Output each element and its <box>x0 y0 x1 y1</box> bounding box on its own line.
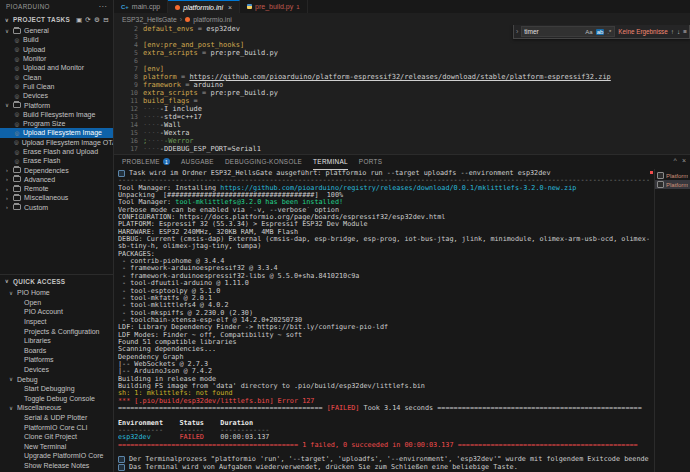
quick-access-upgrade-platformio-core[interactable]: Upgrade PlatformIO Core <box>0 451 113 461</box>
task-clean[interactable]: ◎Clean <box>0 72 113 81</box>
folder-dependencies[interactable]: ›Dependencies <box>0 165 113 174</box>
quick-access-clone-git-project[interactable]: Clone Git Project <box>0 432 113 442</box>
find-expand-icon[interactable]: › <box>516 28 518 35</box>
chevron-icon: ∨ <box>4 28 10 34</box>
task-build[interactable]: ◎Build <box>0 35 113 44</box>
task-build-filesystem-image[interactable]: ◎Build Filesystem Image <box>0 110 113 119</box>
task-upload-filesystem-image[interactable]: ◎Upload Filesystem Image <box>0 128 113 137</box>
quick-access-toggle-debug-console[interactable]: Toggle Debug Console <box>0 393 113 403</box>
quick-access-debug[interactable]: ∨Debug <box>0 374 113 384</box>
tab-platformio-ini[interactable]: platformio.ini× <box>168 0 240 13</box>
quick-access-platforms[interactable]: Platforms <box>0 355 113 365</box>
find-input[interactable] <box>524 28 582 35</box>
close-icon[interactable]: × <box>682 157 686 164</box>
task-erase-flash-and-upload[interactable]: ◎Erase Flash and Upload <box>0 147 113 156</box>
command-decoration-icon[interactable] <box>118 464 125 471</box>
terminal-line: Scanning dependencies... <box>118 346 649 353</box>
chevron-icon: › <box>4 204 10 210</box>
terminal-task-list: PlatformPlatform <box>654 169 690 472</box>
task-upload-and-monitor[interactable]: ◎Upload and Monitor <box>0 63 113 72</box>
editor[interactable]: 234567891011121314151617 default_envs = … <box>114 25 690 154</box>
whole-word-icon[interactable]: ab <box>596 29 605 35</box>
quick-access-new-terminal[interactable]: New Terminal <box>0 441 113 451</box>
quick-access-boards[interactable]: Boards <box>0 346 113 356</box>
group-icon[interactable]: ▣ <box>76 16 82 24</box>
task-monitor[interactable]: ◎Monitor <box>0 54 113 63</box>
folder-custom[interactable]: ›Custom <box>0 203 113 212</box>
task-erase-flash[interactable]: ◎Erase Flash <box>0 156 113 165</box>
folder-advanced[interactable]: ›Advanced <box>0 175 113 184</box>
task-upload[interactable]: ◎Upload <box>0 45 113 54</box>
panel-body: Task wird im Ordner ESP32_HellsGate ausg… <box>114 169 690 472</box>
task-devices[interactable]: ◎Devices <box>0 91 113 100</box>
line-number: 11 <box>114 97 138 105</box>
panel-tab-probleme[interactable]: PROBLEME1 <box>122 155 170 170</box>
task-full-clean[interactable]: ◎Full Clean <box>0 82 113 91</box>
breadcrumb-file[interactable]: platformio.ini <box>193 16 232 23</box>
terminal-tab-platform[interactable]: Platform <box>655 171 690 180</box>
panel-tab-ports[interactable]: PORTS <box>359 155 382 170</box>
project-tasks-header[interactable]: ∨ PROJECT TASKS ▣ ⟳ ⚙ ⊟ <box>0 13 113 26</box>
task-icon: ◎ <box>14 46 20 52</box>
terminal-scrollbar[interactable] <box>649 169 654 472</box>
find-next-icon[interactable]: ↓ <box>677 28 680 35</box>
code-line: ····-std=c++17 <box>143 113 690 121</box>
terminal-line: LDF: Library Dependency Finder -> https:… <box>118 324 649 331</box>
refresh-icon[interactable]: ⟳ <box>85 16 91 24</box>
task-upload-filesystem-image-ota[interactable]: ◎Upload Filesystem Image OTA <box>0 138 113 147</box>
find-prev-icon[interactable]: ↑ <box>671 28 674 35</box>
quick-access-miscellaneous[interactable]: ∨Miscellaneous <box>0 403 113 413</box>
more-actions-icon[interactable]: ⋯ <box>99 2 107 11</box>
code-line: ····-I include <box>143 105 690 113</box>
quick-access-label: Serial & UDP Plotter <box>24 414 87 421</box>
quick-access-label: Open <box>24 299 41 306</box>
command-decoration-icon[interactable] <box>118 170 125 177</box>
terminal-tab-platform[interactable]: Platform <box>655 180 690 189</box>
code-line: ····-DDEBUG_ESP_PORT=Serial1 <box>143 145 690 153</box>
task-program-size[interactable]: ◎Program Size <box>0 119 113 128</box>
quick-access-projects-configuration[interactable]: Projects & Configuration <box>0 326 113 336</box>
panel-tab-label: DEBUGGING-KONSOLE <box>225 158 302 165</box>
editor-code[interactable]: default_envs = esp32dev [env:pre_and_pos… <box>143 25 690 154</box>
match-case-icon[interactable]: Aa <box>584 29 593 35</box>
panel-tab-debugging-konsole[interactable]: DEBUGGING-KONSOLE <box>225 155 302 170</box>
terminal-line: sh: 1: mklittlefs: not found <box>118 390 649 397</box>
quick-access-show-release-notes[interactable]: Show Release Notes <box>0 461 113 471</box>
quick-access-libraries[interactable]: Libraries <box>0 336 113 346</box>
code-line: platform = https://github.com/pioarduino… <box>143 73 690 81</box>
task-icon: ◎ <box>14 65 20 71</box>
folder-miscellaneous[interactable]: ›Miscellaneous <box>0 193 113 202</box>
terminal-line: CONFIGURATION: https://docs.platformio.o… <box>118 214 649 221</box>
breadcrumb-folder[interactable]: ESP32_HellsGate <box>122 16 177 23</box>
panel-tab-ausgabe[interactable]: AUSGABE <box>181 155 214 170</box>
quick-access-inspect[interactable]: Inspect <box>0 317 113 327</box>
terminal-output[interactable]: Task wird im Ordner ESP32_HellsGate ausg… <box>114 169 649 472</box>
quick-access-label: Projects & Configuration <box>24 328 99 335</box>
command-decoration-icon[interactable] <box>118 456 125 463</box>
quick-access-devices[interactable]: Devices <box>0 365 113 375</box>
quick-access-open[interactable]: Open <box>0 298 113 308</box>
settings-gear-icon[interactable]: ⚙ <box>94 16 100 24</box>
tab-main-cpp[interactable]: main.cpp <box>114 0 168 13</box>
quick-access-platformio-core-cli[interactable]: PlatformIO Core CLI <box>0 422 113 432</box>
tab-pre-build-py[interactable]: pre_build.py1 <box>240 0 307 13</box>
quick-access-pio-account[interactable]: PIO Account <box>0 307 113 317</box>
quick-access-header[interactable]: ∨ QUICK ACCESS <box>0 274 113 288</box>
collapse-all-icon[interactable]: ⊟ <box>103 16 109 24</box>
close-icon[interactable]: × <box>228 4 232 11</box>
line-number: 6 <box>114 57 138 65</box>
breadcrumb[interactable]: ESP32_HellsGate › platformio.ini <box>114 14 690 25</box>
tab-strip: main.cppplatformio.ini×pre_build.py1 <box>114 0 690 14</box>
find-in-selection-icon[interactable]: ≡ <box>683 28 687 35</box>
quick-access-pio-home[interactable]: ∨PIO Home <box>0 288 113 298</box>
folder-general[interactable]: ∨General <box>0 26 113 35</box>
quick-access-start-debugging[interactable]: Start Debugging <box>0 384 113 394</box>
panel-tab-terminal[interactable]: TERMINAL <box>313 155 348 170</box>
terminal-line: sb-tiny-h, olimex-jtag-tiny, tumpa) <box>118 243 649 250</box>
quick-access-serial-udp-plotter[interactable]: Serial & UDP Plotter <box>0 413 113 423</box>
chevron-up-icon[interactable]: ^ <box>674 157 677 164</box>
regex-icon[interactable]: .* <box>606 29 612 35</box>
folder-remote[interactable]: ›Remote <box>0 184 113 193</box>
task-icon: ◎ <box>14 74 20 80</box>
folder-platform[interactable]: ∨Platform <box>0 100 113 109</box>
